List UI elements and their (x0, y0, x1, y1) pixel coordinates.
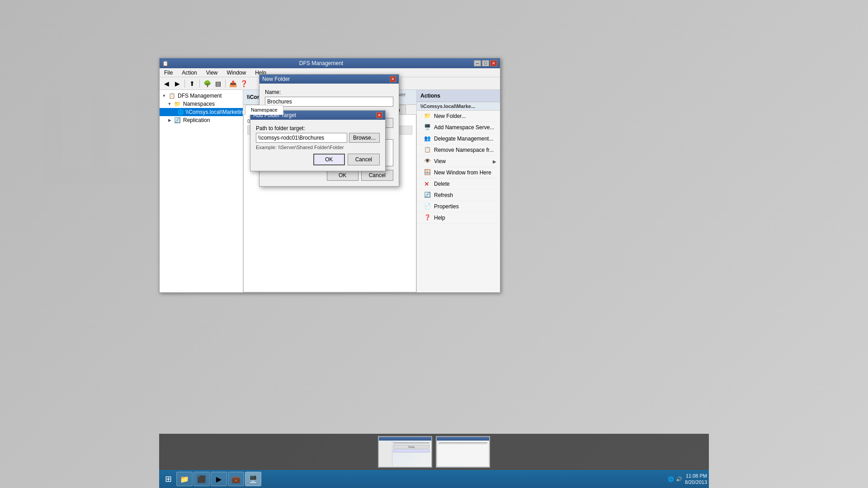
help-icon: ❓ (424, 214, 431, 221)
actions-panel: Actions \\Comsys.local\Marke... 📁 New Fo… (416, 90, 500, 292)
browse-button[interactable]: Browse... (349, 133, 380, 143)
menu-file[interactable]: File (161, 69, 175, 77)
path-input-row: Browse... (256, 133, 380, 143)
action-delegate-management[interactable]: 👥 Delegate Management... (417, 133, 500, 145)
preview-thumb-2[interactable] (436, 436, 490, 468)
tree-label-dfs: DFS Management (178, 93, 222, 99)
back-button[interactable]: ◀ (161, 79, 171, 89)
refresh-icon: 🔄 (424, 192, 431, 199)
toolbar-separator-1 (184, 80, 185, 88)
action-help-label: Help (434, 215, 445, 221)
action-view[interactable]: 👁️ View ▶ (417, 156, 500, 167)
menu-view[interactable]: View (203, 69, 221, 77)
taskbar-file-explorer[interactable]: 📁 (176, 472, 193, 486)
up-button[interactable]: ⬆ (187, 79, 197, 89)
actions-group-title: \\Comsys.local\Marke... (417, 102, 500, 111)
name-label: Name: (265, 89, 393, 95)
view-icon: 👁️ (424, 158, 431, 165)
new-folder-buttons: OK Cancel (265, 170, 393, 181)
new-folder-dialog-title-bar: New Folder ✕ (259, 75, 399, 84)
action-add-namespace-server[interactable]: 🖥️ Add Namespace Serve... (417, 122, 500, 133)
main-window: 📋 DFS Management ─ □ ✕ File Action View … (159, 58, 500, 293)
volume-icon: 🔊 (676, 476, 682, 482)
name-input[interactable] (265, 97, 393, 107)
expand-icon: ▼ (161, 93, 167, 99)
marketingdocs-expand-icon (174, 109, 175, 115)
action-new-window[interactable]: 🪟 New Window from Here (417, 167, 500, 178)
actions-title: Actions (417, 90, 500, 102)
action-properties-label: Properties (434, 203, 459, 210)
show-tree-button[interactable]: 🌳 (202, 79, 212, 89)
action-refresh-label: Refresh (434, 192, 453, 198)
action-properties[interactable]: 📄 Properties (417, 201, 500, 212)
action-add-namespace-server-label: Add Namespace Serve... (434, 124, 494, 131)
title-bar: 📋 DFS Management ─ □ ✕ (160, 58, 500, 68)
show-action-pane-button[interactable]: ▤ (213, 79, 223, 89)
start-button[interactable]: ⊞ (161, 472, 175, 486)
clock-time: 11:08 PM (685, 473, 707, 479)
properties-icon: 📄 (424, 203, 431, 210)
tab-namespace[interactable]: Namespace (245, 105, 283, 115)
view-arrow: ▶ (493, 159, 496, 164)
new-window-icon: 🪟 (424, 169, 431, 176)
namespaces-expand-icon: ▼ (167, 101, 172, 107)
close-button[interactable]: ✕ (490, 60, 497, 66)
taskbar-right: 🌐 🔊 11:08 PM 8/20/2013 (668, 473, 707, 486)
new-folder-cancel-button[interactable]: Cancel (361, 170, 393, 181)
minimize-button[interactable]: ─ (474, 60, 481, 66)
forward-button[interactable]: ▶ (172, 79, 182, 89)
path-label: Path to folder target: (256, 125, 380, 131)
taskbar: ⊞ 📁 ⬛ ▶ 💼 🖥️ 🌐 🔊 11:08 PM 8/20/2013 (159, 470, 709, 488)
path-input[interactable] (256, 133, 347, 143)
action-new-window-label: New Window from Here (434, 169, 491, 176)
taskbar-server-manager[interactable]: 🖥️ (245, 472, 261, 486)
tree-item-dfs-management[interactable]: ▼ 📋 DFS Management (160, 92, 243, 100)
add-namespace-server-icon: 🖥️ (424, 124, 431, 131)
new-folder-ok-button[interactable]: OK (327, 170, 359, 181)
tree-label-replication: Replication (183, 117, 210, 123)
add-folder-close-button[interactable]: ✕ (376, 112, 382, 118)
toolbar-separator-2 (199, 80, 200, 88)
tree-item-namespaces[interactable]: ▼ 📁 Namespaces (160, 100, 243, 108)
action-delegate-label: Delegate Management... (434, 136, 493, 142)
action-refresh[interactable]: 🔄 Refresh (417, 190, 500, 201)
new-folder-close-button[interactable]: ✕ (390, 76, 396, 82)
toolbar-separator-3 (225, 80, 226, 88)
action-delete-label: Delete (434, 181, 450, 187)
action-new-folder[interactable]: 📁 New Folder... (417, 111, 500, 122)
new-folder-dialog-title: New Folder (262, 76, 290, 82)
namespaces-icon: 📁 (174, 101, 181, 107)
taskbar-cmd[interactable]: ▶ (211, 472, 227, 486)
remove-icon: 📋 (424, 146, 431, 154)
add-folder-cancel-button[interactable]: Cancel (348, 154, 380, 165)
tree-label-marketingdocs: \\Comsys.local\MarketingDocs (186, 109, 243, 115)
tree-item-marketingdocs[interactable]: 🌐 \\Comsys.local\MarketingDocs (160, 108, 243, 116)
window-controls: ─ □ ✕ (474, 60, 497, 66)
network-icon: 🌐 (668, 476, 674, 482)
tree-item-replication[interactable]: ▶ 🔄 Replication (160, 116, 243, 124)
menu-action[interactable]: Action (179, 69, 199, 77)
tree-label-namespaces: Namespaces (183, 101, 215, 107)
preview-thumb-1[interactable]: Dialog (378, 436, 432, 468)
marketingdocs-icon: 🌐 (177, 109, 184, 115)
taskbar-explorer[interactable]: 💼 (228, 472, 244, 486)
delegate-icon: 👥 (424, 135, 431, 142)
window-title: DFS Management (169, 60, 474, 66)
delete-icon: ✕ (424, 180, 431, 188)
dfs-management-icon: 📋 (169, 93, 176, 99)
action-help[interactable]: ❓ Help (417, 212, 500, 224)
clock: 11:08 PM 8/20/2013 (685, 473, 707, 486)
add-folder-dialog-body: Path to folder target: Browse... Example… (250, 120, 385, 171)
action-delete[interactable]: ✕ Delete (417, 178, 500, 190)
action-remove-namespace[interactable]: 📋 Remove Namespace fr... (417, 145, 500, 156)
replication-expand-icon: ▶ (167, 117, 172, 123)
action-view-label: View (434, 158, 446, 164)
add-folder-ok-button[interactable]: OK (313, 154, 345, 165)
export-button[interactable]: 📤 (228, 79, 238, 89)
action-new-folder-label: New Folder... (434, 113, 466, 119)
menu-window[interactable]: Window (224, 69, 249, 77)
taskbar-powershell[interactable]: ⬛ (193, 472, 210, 486)
help-toolbar-button[interactable]: ❓ (239, 79, 249, 89)
maximize-button[interactable]: □ (482, 60, 489, 66)
add-folder-buttons: OK Cancel (256, 154, 380, 165)
